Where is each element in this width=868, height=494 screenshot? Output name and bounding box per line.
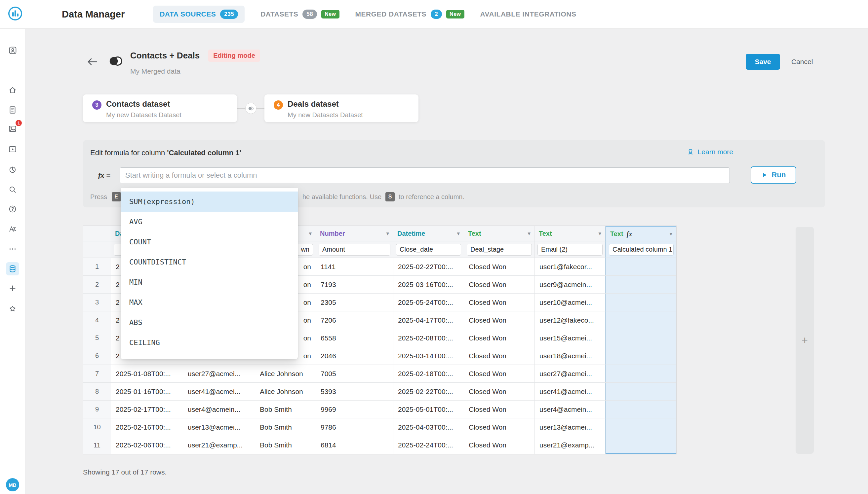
tab-data-sources[interactable]: DATA SOURCES 235 (153, 6, 245, 23)
sidebar-item-analytics[interactable] (6, 163, 19, 176)
table-cell[interactable]: 2305 (316, 293, 393, 311)
table-cell[interactable]: Closed Won (464, 401, 535, 418)
column-name-deal_stage[interactable]: Deal_stage (464, 241, 535, 258)
table-cell[interactable]: user41@acmei... (535, 383, 605, 400)
autocomplete-item[interactable]: SUM(expression) (121, 191, 298, 212)
table-cell[interactable]: Alice Johnson (255, 365, 316, 382)
column-name-box[interactable]: Calculated column 1 (609, 244, 674, 255)
sidebar-item-media[interactable]: 1 (6, 122, 19, 135)
table-cell[interactable]: 9969 (316, 401, 393, 418)
column-name-email_2[interactable]: Email (2) (535, 241, 605, 258)
sidebar-item-language[interactable] (6, 222, 19, 235)
table-cell[interactable]: user1@fakecor... (535, 258, 605, 276)
table-cell[interactable] (605, 276, 676, 293)
column-type-calculated_column[interactable]: Textfx▾ (605, 226, 676, 241)
table-cell[interactable]: user13@acmei... (183, 418, 255, 436)
dataset-card-deals[interactable]: 4 Deals dataset My new Datasets Dataset (265, 94, 418, 122)
column-name-box[interactable]: Deal_stage (467, 244, 532, 255)
table-cell[interactable] (605, 293, 676, 311)
tab-available-integrations[interactable]: AVAILABLE INTEGRATIONS (480, 10, 577, 18)
table-cell[interactable]: 2025-02-16T00:... (111, 418, 183, 436)
table-cell[interactable]: user12@fakeco... (535, 311, 605, 329)
table-cell[interactable]: Bob Smith (255, 418, 316, 436)
table-cell[interactable]: user10@acmei... (535, 293, 605, 311)
autocomplete-item[interactable]: ABS (121, 312, 298, 332)
tab-merged-datasets[interactable]: MERGED DATASETS 2 New (355, 10, 465, 19)
column-type-close_date[interactable]: Datetime▾ (393, 226, 464, 241)
sidebar-item-data-manager[interactable] (6, 262, 19, 276)
column-type-deal_stage[interactable]: Text▾ (464, 226, 535, 241)
table-cell[interactable]: Closed Won (464, 418, 535, 436)
table-cell[interactable]: 2025-02-17T00:... (111, 401, 183, 418)
autocomplete-item[interactable]: CEILING (121, 332, 298, 353)
table-cell[interactable]: 2025-01-16T00:... (111, 383, 183, 400)
table-cell[interactable]: Closed Won (464, 383, 535, 400)
column-type-email_2[interactable]: Text▾ (535, 226, 605, 241)
table-cell[interactable]: 2025-01-08T00:... (111, 365, 183, 382)
chevron-down-icon[interactable]: ▾ (598, 230, 601, 237)
table-cell[interactable]: 7005 (316, 365, 393, 382)
table-cell[interactable]: user9@acmein... (535, 276, 605, 293)
sidebar-item-more[interactable] (6, 242, 19, 255)
table-cell[interactable]: user4@acmein... (183, 401, 255, 418)
formula-input[interactable] (120, 167, 730, 183)
table-cell[interactable]: 2025-02-18T00:... (393, 365, 464, 382)
table-cell[interactable] (605, 436, 676, 454)
sidebar-item-favorites[interactable] (6, 302, 19, 315)
table-cell[interactable]: 2025-03-14T00:... (393, 347, 464, 364)
table-cell[interactable]: 2025-03-16T00:... (393, 276, 464, 293)
table-cell[interactable]: 1141 (316, 258, 393, 276)
table-cell[interactable]: user4@acmein... (535, 401, 605, 418)
add-column-button[interactable]: + (796, 227, 814, 454)
sidebar-item-metrics[interactable] (6, 103, 19, 117)
column-name-calculated_column[interactable]: Calculated column 1 (605, 241, 676, 258)
sidebar-item-add[interactable] (6, 282, 19, 295)
user-avatar[interactable]: MB (6, 478, 19, 491)
chevron-down-icon[interactable]: ▾ (457, 230, 460, 237)
table-cell[interactable] (605, 401, 676, 418)
table-cell[interactable]: 2025-05-01T00:... (393, 401, 464, 418)
table-cell[interactable]: 2046 (316, 347, 393, 364)
table-cell[interactable]: 6814 (316, 436, 393, 454)
autocomplete-item[interactable]: AVG (121, 212, 298, 232)
table-cell[interactable] (605, 365, 676, 382)
column-name-close_date[interactable]: Close_date (393, 241, 464, 258)
table-cell[interactable]: user15@acmei... (535, 329, 605, 347)
table-cell[interactable]: user27@acmei... (183, 365, 255, 382)
autocomplete-item[interactable]: MIN (121, 272, 298, 292)
sidebar-item-help[interactable] (6, 203, 19, 216)
table-cell[interactable]: Bob Smith (255, 436, 316, 454)
table-cell[interactable]: 7193 (316, 276, 393, 293)
tab-datasets[interactable]: DATASETS 58 New (260, 10, 339, 19)
table-cell[interactable]: user21@examp... (183, 436, 255, 454)
table-cell[interactable]: user13@acmei... (535, 418, 605, 436)
table-cell[interactable] (605, 347, 676, 364)
table-cell[interactable]: Closed Won (464, 436, 535, 454)
sidebar-item-home[interactable] (6, 83, 19, 97)
table-cell[interactable]: 2025-02-08T00:... (393, 329, 464, 347)
table-cell[interactable]: 2025-04-03T00:... (393, 418, 464, 436)
chevron-down-icon[interactable]: ▾ (309, 230, 312, 237)
table-cell[interactable]: 2025-02-24T00:... (393, 436, 464, 454)
dataset-card-contacts[interactable]: 3 Contacts dataset My new Datasets Datas… (83, 94, 237, 122)
sidebar-item-video[interactable] (6, 142, 19, 156)
table-cell[interactable]: Alice Johnson (255, 383, 316, 400)
table-cell[interactable] (605, 383, 676, 400)
table-cell[interactable]: 6558 (316, 329, 393, 347)
sidebar-item-search[interactable] (6, 183, 19, 196)
table-cell[interactable]: 2025-05-24T00:... (393, 293, 464, 311)
table-cell[interactable]: 5393 (316, 383, 393, 400)
autocomplete-item[interactable]: COUNTDISTINCT (121, 252, 298, 272)
table-cell[interactable]: user21@examp... (535, 436, 605, 454)
table-cell[interactable]: 2025-02-22T00:... (393, 383, 464, 400)
column-name-amount[interactable]: Amount (316, 241, 393, 258)
table-cell[interactable]: user27@acmei... (535, 365, 605, 382)
column-name-box[interactable]: Amount (319, 244, 391, 255)
back-button[interactable] (87, 57, 98, 68)
sidebar-item-account[interactable] (6, 43, 19, 57)
table-cell[interactable]: Bob Smith (255, 401, 316, 418)
column-type-amount[interactable]: Number▾ (316, 226, 393, 241)
table-cell[interactable]: Closed Won (464, 365, 535, 382)
cancel-button[interactable]: Cancel (791, 58, 813, 66)
table-cell[interactable]: 7206 (316, 311, 393, 329)
